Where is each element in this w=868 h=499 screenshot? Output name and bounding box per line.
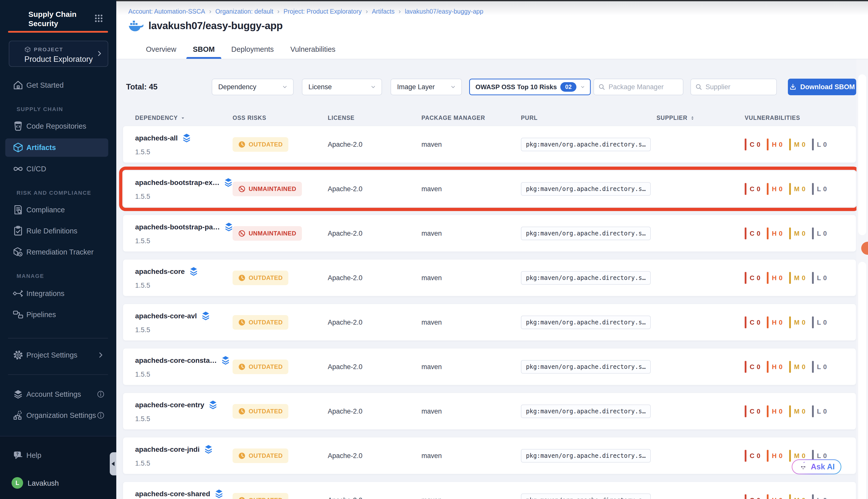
image-layer-filter-dropdown[interactable]: Image Layer bbox=[390, 78, 462, 95]
dependency-version: 1.5.5 bbox=[135, 326, 210, 334]
module-grid-icon[interactable] bbox=[95, 14, 103, 23]
sbom-rows: apacheds-all 1.5.5 OUTDATED Apache-2.0 m… bbox=[123, 126, 856, 499]
vuln-count-h: H0 bbox=[767, 227, 782, 239]
dependency-name[interactable]: apacheds-core bbox=[135, 268, 185, 276]
vuln-count-m: M0 bbox=[789, 494, 805, 499]
vuln-count-h: H0 bbox=[767, 183, 782, 195]
tab-vulnerabilities[interactable]: Vulnerabilities bbox=[289, 40, 336, 59]
table-header: DEPENDENCY OSS RISKS LICENSE PACKAGE MAN… bbox=[123, 114, 856, 126]
supplier-input[interactable] bbox=[706, 83, 772, 91]
table-row[interactable]: apacheds-core 1.5.5 OUTDATED Apache-2.0 … bbox=[123, 259, 856, 296]
breadcrumb-project[interactable]: Project: Product Exploratory bbox=[284, 8, 362, 15]
tab-sbom[interactable]: SBOM bbox=[192, 40, 216, 59]
tab-deployments[interactable]: Deployments bbox=[230, 40, 275, 59]
sidebar-item-cicd[interactable]: CI/CD bbox=[0, 159, 116, 179]
breadcrumb-organization[interactable]: Organization: default bbox=[215, 8, 273, 15]
info-icon[interactable] bbox=[97, 390, 105, 398]
sidebar-section-supply-chain: SUPPLY CHAIN bbox=[16, 106, 63, 112]
breadcrumb: Account: Automation-SSCA › Organization:… bbox=[128, 8, 483, 15]
table-row[interactable]: apacheds-core-avl 1.5.5 OUTDATED Apache-… bbox=[123, 304, 856, 340]
table-row[interactable]: apacheds-core-jndi 1.5.5 OUTDATED Apache… bbox=[123, 437, 856, 474]
dependency-name[interactable]: apacheds-bootstrap-ex… bbox=[135, 179, 220, 187]
purl-chip[interactable]: pkg:maven/org.apache.directory.s… bbox=[521, 360, 651, 374]
vulnerability-counts: C0H0M0L0 bbox=[745, 227, 827, 239]
table-row[interactable]: apacheds-bootstrap-ex… 1.5.5 UNMAINTAINE… bbox=[123, 171, 856, 207]
table-row[interactable]: apacheds-bootstrap-pa… 1.5.5 UNMAINTAINE… bbox=[123, 215, 856, 252]
ai-robot-icon bbox=[798, 462, 808, 472]
dependency-name[interactable]: apacheds-core-jndi bbox=[135, 446, 200, 453]
oss-risk-badge: OUTDATED bbox=[233, 449, 288, 463]
license-filter-dropdown[interactable]: License bbox=[302, 78, 382, 95]
avatar[interactable]: L bbox=[12, 477, 23, 489]
sidebar-item-artifacts[interactable]: Artifacts bbox=[0, 138, 116, 157]
sidebar-item-compliance[interactable]: Compliance bbox=[0, 200, 116, 219]
license-value: Apache-2.0 bbox=[328, 185, 362, 193]
purl-chip[interactable]: pkg:maven/org.apache.directory.s… bbox=[521, 449, 651, 463]
vuln-count-h: H0 bbox=[767, 272, 782, 284]
sidebar-item-rule-definitions[interactable]: Rule Definitions bbox=[0, 221, 116, 241]
purl-chip[interactable]: pkg:maven/org.apache.directory.s… bbox=[521, 316, 651, 329]
dependency-version: 1.5.5 bbox=[135, 282, 198, 290]
dependency-filter-dropdown[interactable]: Dependency bbox=[212, 78, 294, 95]
sidebar-collapse-handle[interactable] bbox=[110, 452, 116, 475]
package-manager-input[interactable] bbox=[609, 83, 679, 91]
table-row[interactable]: apacheds-all 1.5.5 OUTDATED Apache-2.0 m… bbox=[123, 126, 856, 162]
purl-chip[interactable]: pkg:maven/org.apache.directory.s… bbox=[521, 227, 651, 240]
package-manager-value: maven bbox=[421, 407, 442, 415]
sidebar-item-remediation-tracker[interactable]: Remediation Tracker bbox=[0, 242, 116, 261]
breadcrumb-artifacts[interactable]: Artifacts bbox=[372, 8, 395, 15]
table-row[interactable]: apacheds-core-entry 1.5.5 OUTDATED Apach… bbox=[123, 393, 856, 429]
dependency-name[interactable]: apacheds-core-shared bbox=[135, 490, 210, 498]
column-header-dependency[interactable]: DEPENDENCY bbox=[135, 114, 185, 121]
dependency-version: 1.5.5 bbox=[135, 193, 233, 200]
app-title: Supply Chain Security bbox=[28, 10, 89, 28]
project-selector[interactable]: PROJECT Product Exploratory bbox=[9, 41, 108, 67]
download-sbom-button[interactable]: Download SBOM bbox=[788, 78, 856, 95]
tab-overview[interactable]: Overview bbox=[145, 40, 177, 59]
table-row[interactable]: apacheds-core-shared 1.5.5 OUTDATED Apac… bbox=[123, 482, 856, 499]
scrollbar-thumb[interactable] bbox=[858, 262, 866, 499]
chevron-right-icon bbox=[96, 50, 103, 57]
column-header-supplier[interactable]: SUPPLIER bbox=[657, 114, 695, 121]
sidebar-item-organization-settings[interactable]: Organization Settings bbox=[0, 406, 116, 425]
ask-ai-button[interactable]: Ask AI bbox=[792, 459, 841, 474]
info-icon[interactable] bbox=[97, 411, 105, 419]
dependency-name[interactable]: apacheds-core-consta… bbox=[135, 356, 217, 365]
sidebar-item-get-started[interactable]: Get Started bbox=[0, 76, 116, 95]
layers-icon bbox=[221, 355, 230, 366]
user-name[interactable]: Lavakush bbox=[28, 479, 59, 487]
vuln-count-h: H0 bbox=[767, 494, 782, 499]
dependency-name[interactable]: apacheds-core-entry bbox=[135, 401, 204, 409]
purl-chip[interactable]: pkg:maven/org.apache.directory.s… bbox=[521, 182, 651, 196]
dependency-name[interactable]: apacheds-core-avl bbox=[135, 312, 197, 320]
sidebar-item-code-repositories[interactable]: Code Repositories bbox=[0, 117, 116, 136]
pipelines-icon bbox=[13, 309, 24, 320]
sidebar-item-help[interactable]: Help bbox=[0, 446, 116, 465]
sidebar-item-project-settings[interactable]: Project Settings bbox=[0, 345, 116, 365]
layers-icon bbox=[204, 445, 213, 454]
sidebar-item-pipelines[interactable]: Pipelines bbox=[0, 305, 116, 324]
breadcrumb-account[interactable]: Account: Automation-SSCA bbox=[128, 8, 205, 15]
package-manager-value: maven bbox=[421, 452, 442, 460]
oss-risk-badge: OUTDATED bbox=[233, 271, 288, 285]
search-icon bbox=[598, 83, 606, 91]
dependency-name[interactable]: apacheds-all bbox=[135, 134, 178, 142]
clock-icon bbox=[238, 407, 246, 415]
help-chat-icon bbox=[13, 450, 24, 461]
vuln-count-l: L0 bbox=[812, 494, 827, 499]
sidebar-item-account-settings[interactable]: Account Settings bbox=[0, 385, 116, 404]
scrollbar-thumb[interactable] bbox=[858, 74, 866, 235]
purl-chip[interactable]: pkg:maven/org.apache.directory.s… bbox=[521, 271, 651, 285]
vuln-count-m: M0 bbox=[789, 361, 805, 373]
purl-chip[interactable]: pkg:maven/org.apache.directory.s… bbox=[521, 404, 651, 418]
purl-chip[interactable]: pkg:maven/org.apache.directory.s… bbox=[521, 494, 651, 499]
dependency-name[interactable]: apacheds-bootstrap-pa… bbox=[135, 223, 220, 231]
sidebar-item-integrations[interactable]: Integrations bbox=[0, 284, 116, 303]
owasp-risks-filter-dropdown[interactable]: OWASP OSS Top 10 Risks 02 bbox=[469, 78, 591, 95]
infinity-icon bbox=[13, 163, 24, 174]
dependency-version: 1.5.5 bbox=[135, 370, 230, 378]
purl-chip[interactable]: pkg:maven/org.apache.directory.s… bbox=[521, 138, 651, 151]
oss-risk-badge: OUTDATED bbox=[233, 360, 288, 374]
breadcrumb-artifact-name[interactable]: lavakush07/easy-buggy-app bbox=[405, 8, 483, 15]
table-row[interactable]: apacheds-core-consta… 1.5.5 OUTDATED Apa… bbox=[123, 349, 856, 385]
